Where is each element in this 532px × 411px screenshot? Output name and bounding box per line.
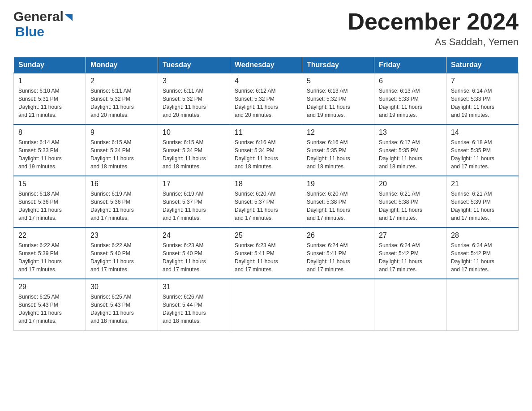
day-info: Sunrise: 6:18 AM Sunset: 5:36 PM Dayligh… [18,190,81,222]
day-info: Sunrise: 6:19 AM Sunset: 5:36 PM Dayligh… [90,190,153,222]
day-cell: 11 Sunrise: 6:16 AM Sunset: 5:34 PM Dayl… [230,124,302,176]
day-cell: 28 Sunrise: 6:24 AM Sunset: 5:42 PM Dayl… [446,227,519,279]
day-info: Sunrise: 6:16 AM Sunset: 5:34 PM Dayligh… [235,138,297,171]
day-cell: 7 Sunrise: 6:14 AM Sunset: 5:33 PM Dayli… [446,73,519,124]
day-number: 2 [90,77,153,85]
calendar-header: SundayMondayTuesdayWednesdayThursdayFrid… [14,57,519,73]
day-cell: 31 Sunrise: 6:26 AM Sunset: 5:44 PM Dayl… [158,279,230,330]
week-row-2: 8 Sunrise: 6:14 AM Sunset: 5:33 PM Dayli… [14,124,519,176]
day-info: Sunrise: 6:24 AM Sunset: 5:42 PM Dayligh… [451,241,514,274]
day-number: 4 [235,77,297,85]
day-info: Sunrise: 6:14 AM Sunset: 5:33 PM Dayligh… [18,138,81,171]
day-number: 26 [307,231,369,240]
day-info: Sunrise: 6:17 AM Sunset: 5:35 PM Dayligh… [379,138,442,171]
day-info: Sunrise: 6:16 AM Sunset: 5:35 PM Dayligh… [307,138,369,171]
day-number: 20 [379,180,442,188]
day-info: Sunrise: 6:13 AM Sunset: 5:32 PM Dayligh… [307,87,369,119]
day-cell: 6 Sunrise: 6:13 AM Sunset: 5:33 PM Dayli… [374,73,446,124]
day-number: 25 [235,231,297,240]
header-cell-tuesday: Tuesday [158,57,230,73]
week-row-5: 29 Sunrise: 6:25 AM Sunset: 5:43 PM Dayl… [14,279,519,330]
day-cell: 17 Sunrise: 6:19 AM Sunset: 5:37 PM Dayl… [158,176,230,227]
day-cell: 29 Sunrise: 6:25 AM Sunset: 5:43 PM Dayl… [14,279,86,330]
day-number: 6 [379,77,442,85]
day-cell: 10 Sunrise: 6:15 AM Sunset: 5:34 PM Dayl… [158,124,230,176]
day-cell: 21 Sunrise: 6:21 AM Sunset: 5:39 PM Dayl… [446,176,519,227]
day-info: Sunrise: 6:11 AM Sunset: 5:32 PM Dayligh… [163,87,225,119]
day-info: Sunrise: 6:10 AM Sunset: 5:31 PM Dayligh… [18,87,81,119]
day-number: 23 [90,231,153,240]
day-cell: 4 Sunrise: 6:12 AM Sunset: 5:32 PM Dayli… [230,73,302,124]
day-cell [302,279,374,330]
day-cell: 5 Sunrise: 6:13 AM Sunset: 5:32 PM Dayli… [302,73,374,124]
day-number: 12 [307,128,369,137]
day-info: Sunrise: 6:25 AM Sunset: 5:43 PM Dayligh… [90,293,153,325]
day-info: Sunrise: 6:14 AM Sunset: 5:33 PM Dayligh… [451,87,514,119]
day-number: 16 [90,180,153,188]
header-cell-monday: Monday [86,57,158,73]
day-cell: 15 Sunrise: 6:18 AM Sunset: 5:36 PM Dayl… [14,176,86,227]
logo-general-text: General [13,9,64,24]
week-row-3: 15 Sunrise: 6:18 AM Sunset: 5:36 PM Dayl… [14,176,519,227]
day-cell: 1 Sunrise: 6:10 AM Sunset: 5:31 PM Dayli… [14,73,86,124]
day-cell: 3 Sunrise: 6:11 AM Sunset: 5:32 PM Dayli… [158,73,230,124]
day-cell: 27 Sunrise: 6:24 AM Sunset: 5:42 PM Dayl… [374,227,446,279]
page-header: General Blue December 2024 As Saddah, Ye… [13,9,519,48]
day-number: 19 [307,180,369,188]
header-cell-wednesday: Wednesday [230,57,302,73]
day-number: 13 [379,128,442,137]
day-cell: 22 Sunrise: 6:22 AM Sunset: 5:39 PM Dayl… [14,227,86,279]
day-cell: 9 Sunrise: 6:15 AM Sunset: 5:34 PM Dayli… [86,124,158,176]
day-cell: 30 Sunrise: 6:25 AM Sunset: 5:43 PM Dayl… [86,279,158,330]
day-cell: 23 Sunrise: 6:22 AM Sunset: 5:40 PM Dayl… [86,227,158,279]
day-number: 1 [18,77,81,85]
day-number: 11 [235,128,297,137]
day-cell: 2 Sunrise: 6:11 AM Sunset: 5:32 PM Dayli… [86,73,158,124]
day-info: Sunrise: 6:12 AM Sunset: 5:32 PM Dayligh… [235,87,297,119]
day-info: Sunrise: 6:13 AM Sunset: 5:33 PM Dayligh… [379,87,442,119]
week-row-1: 1 Sunrise: 6:10 AM Sunset: 5:31 PM Dayli… [14,73,519,124]
day-cell: 8 Sunrise: 6:14 AM Sunset: 5:33 PM Dayli… [14,124,86,176]
day-number: 14 [451,128,514,137]
day-number: 10 [163,128,225,137]
day-cell: 26 Sunrise: 6:24 AM Sunset: 5:41 PM Dayl… [302,227,374,279]
day-cell: 18 Sunrise: 6:20 AM Sunset: 5:37 PM Dayl… [230,176,302,227]
day-info: Sunrise: 6:23 AM Sunset: 5:40 PM Dayligh… [163,241,225,274]
logo-blue-text: Blue [15,24,44,39]
logo: General Blue [13,9,74,39]
header-cell-saturday: Saturday [446,57,519,73]
day-number: 21 [451,180,514,188]
day-number: 29 [18,283,81,291]
day-info: Sunrise: 6:25 AM Sunset: 5:43 PM Dayligh… [18,293,81,325]
day-number: 30 [90,283,153,291]
day-info: Sunrise: 6:21 AM Sunset: 5:39 PM Dayligh… [451,190,514,222]
day-number: 17 [163,180,225,188]
calendar-body: 1 Sunrise: 6:10 AM Sunset: 5:31 PM Dayli… [14,73,519,330]
day-cell [230,279,302,330]
day-info: Sunrise: 6:23 AM Sunset: 5:41 PM Dayligh… [235,241,297,274]
day-info: Sunrise: 6:18 AM Sunset: 5:35 PM Dayligh… [451,138,514,171]
day-info: Sunrise: 6:24 AM Sunset: 5:41 PM Dayligh… [307,241,369,274]
svg-marker-0 [64,14,73,21]
day-cell: 20 Sunrise: 6:21 AM Sunset: 5:38 PM Dayl… [374,176,446,227]
day-info: Sunrise: 6:11 AM Sunset: 5:32 PM Dayligh… [90,87,153,119]
day-cell: 24 Sunrise: 6:23 AM Sunset: 5:40 PM Dayl… [158,227,230,279]
day-number: 3 [163,77,225,85]
header-cell-thursday: Thursday [302,57,374,73]
day-cell: 13 Sunrise: 6:17 AM Sunset: 5:35 PM Dayl… [374,124,446,176]
day-info: Sunrise: 6:22 AM Sunset: 5:39 PM Dayligh… [18,241,81,274]
calendar-subtitle: As Saddah, Yemen [348,36,519,48]
day-info: Sunrise: 6:26 AM Sunset: 5:44 PM Dayligh… [163,293,225,325]
day-number: 9 [90,128,153,137]
day-number: 24 [163,231,225,240]
day-number: 27 [379,231,442,240]
day-info: Sunrise: 6:20 AM Sunset: 5:38 PM Dayligh… [307,190,369,222]
day-number: 7 [451,77,514,85]
day-cell [374,279,446,330]
header-row: SundayMondayTuesdayWednesdayThursdayFrid… [14,57,519,73]
day-info: Sunrise: 6:15 AM Sunset: 5:34 PM Dayligh… [163,138,225,171]
day-number: 28 [451,231,514,240]
day-number: 18 [235,180,297,188]
day-number: 15 [18,180,81,188]
day-cell: 12 Sunrise: 6:16 AM Sunset: 5:35 PM Dayl… [302,124,374,176]
